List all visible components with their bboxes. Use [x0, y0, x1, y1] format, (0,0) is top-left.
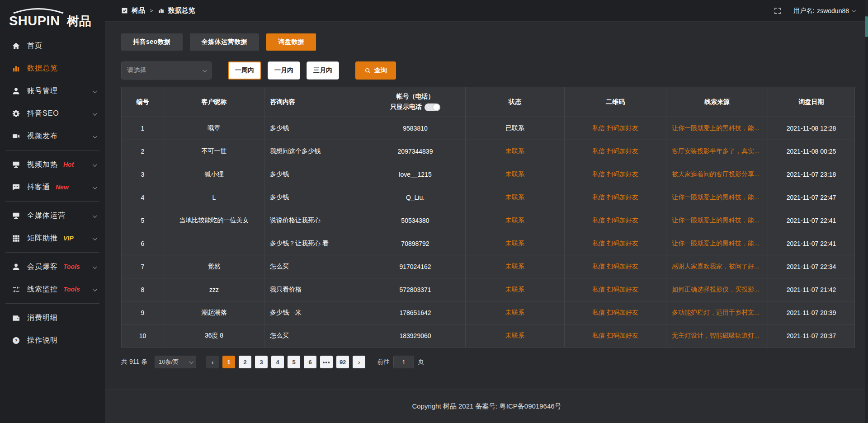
qrcode-link[interactable]: 私信 扫码加好友	[565, 163, 666, 186]
range-button-2[interactable]: 三月内	[307, 61, 339, 80]
sidebar-item-data-overview[interactable]: 数据总览	[0, 57, 105, 80]
app-logo: SHUPIN 树品	[0, 0, 105, 34]
chevron-down-icon	[93, 234, 96, 242]
source-link[interactable]: 让你一眼就爱上的黑科技，能...	[666, 186, 768, 209]
goto-page-input[interactable]	[393, 356, 414, 368]
goto-page: 前往 页	[377, 356, 424, 368]
qrcode-link[interactable]: 私信 扫码加好友	[565, 324, 666, 348]
badge-tools: Tools	[63, 286, 80, 293]
source-link[interactable]: 如何正确选择投影仪，买投影...	[666, 278, 768, 301]
chevron-down-icon	[93, 132, 96, 140]
sidebar-item-douketong[interactable]: 抖客通New	[0, 176, 105, 198]
sidebar-divider	[5, 252, 99, 253]
app: SHUPIN 树品 首页数据总览账号管理抖音SEO视频发布视频加热Hot抖客通N…	[0, 0, 868, 423]
chevron-down-icon	[93, 183, 96, 191]
sidebar-item-media-operation[interactable]: 全媒体运营	[0, 204, 105, 227]
source-link[interactable]: 多功能护栏灯，适用于乡村文...	[666, 301, 768, 324]
cell-id: 6	[122, 232, 164, 255]
range-button-0[interactable]: 一周内	[228, 61, 261, 80]
next-page-button[interactable]: ›	[353, 356, 365, 368]
source-link[interactable]: 被大家追着问的客厅投影分享...	[666, 163, 768, 186]
source-link[interactable]: 无主灯设计，智能磁吸轨道灯...	[666, 324, 768, 348]
query-button-label: 查询	[374, 66, 387, 75]
source-link[interactable]: 让你一眼就爱上的黑科技，能...	[666, 117, 768, 140]
page-button-1[interactable]: 1	[222, 356, 235, 368]
logo-text-cn: 树品	[66, 14, 91, 28]
qrcode-link[interactable]: 私信 扫码加好友	[565, 186, 666, 209]
status-badge: 未联系	[466, 163, 565, 186]
phone-only-toggle[interactable]	[425, 103, 440, 111]
page-size-select[interactable]: 10条/页	[155, 356, 196, 368]
sidebar-item-label: 视频加热	[27, 160, 58, 169]
chat-icon	[12, 183, 20, 192]
qrcode-link[interactable]: 私信 扫码加好友	[565, 301, 666, 324]
topbar: 树品 > 数据总览 用户名: zswodun88	[105, 0, 868, 22]
page-button-2[interactable]: 2	[239, 356, 251, 368]
sidebar-item-operation-guide[interactable]: ?操作说明	[0, 329, 105, 352]
prev-page-button[interactable]: ‹	[206, 356, 219, 368]
scrollbar-track[interactable]	[865, 0, 868, 423]
scrollbar-thumb[interactable]	[865, 16, 868, 37]
qrcode-link[interactable]: 私信 扫码加好友	[565, 209, 666, 232]
page-button-6[interactable]: 6	[304, 356, 316, 368]
page-button-5[interactable]: 5	[288, 356, 300, 368]
table-row: 4L多少钱Q_Liu.未联系私信 扫码加好友让你一眼就爱上的黑科技，能...20…	[122, 186, 855, 209]
sidebar-item-account-management[interactable]: 账号管理	[0, 80, 105, 102]
qrcode-link[interactable]: 私信 扫码加好友	[565, 255, 666, 278]
cell-nickname: 36度 8	[164, 324, 264, 348]
cell-account: 917024162	[365, 255, 466, 278]
cell-id: 9	[122, 301, 164, 324]
qrcode-link[interactable]: 私信 扫码加好友	[565, 278, 666, 301]
tab-inquiry-data[interactable]: 询盘数据	[266, 33, 316, 51]
sidebar-item-consumption-detail[interactable]: 消费明细	[0, 306, 105, 329]
sidebar-divider	[5, 303, 99, 304]
tab-douyin-seo-data[interactable]: 抖音seo数据	[121, 33, 183, 51]
cell-nickname: 哦章	[164, 117, 264, 140]
cell-date: 2021-11-07 22:41	[768, 209, 855, 232]
sidebar-item-label: 抖客通	[27, 183, 50, 192]
user-menu[interactable]: 用户名: zswodun88	[793, 7, 855, 15]
breadcrumb-separator: >	[149, 7, 154, 14]
source-link[interactable]: 让你一眼就爱上的黑科技，能...	[666, 232, 768, 255]
account-select[interactable]: 请选择	[121, 61, 212, 80]
cell-nickname: 当地比较能吃的一位美女	[164, 209, 264, 232]
qrcode-link[interactable]: 私信 扫码加好友	[565, 140, 666, 163]
cell-content: 说说价格让我死心	[264, 209, 365, 232]
fullscreen-icon[interactable]	[774, 7, 782, 15]
sidebar-item-matrix-boost[interactable]: 矩阵助推VIP	[0, 227, 105, 249]
breadcrumb-root[interactable]: 树品	[132, 6, 145, 15]
chevron-down-icon	[93, 87, 96, 95]
cell-date: 2021-11-08 00:25	[768, 140, 855, 163]
cell-id: 1	[122, 117, 164, 140]
range-button-1[interactable]: 一月内	[268, 61, 300, 80]
user-icon	[12, 263, 20, 271]
qrcode-link[interactable]: 私信 扫码加好友	[565, 117, 666, 140]
sidebar-item-video-publish[interactable]: 视频发布	[0, 125, 105, 147]
column-header-date: 询盘日期	[768, 87, 855, 117]
sidebar-item-clue-monitor[interactable]: 线索监控Tools	[0, 278, 105, 301]
tab-media-operation-data[interactable]: 全媒体运营数据	[190, 33, 259, 51]
page-ellipsis-button[interactable]: •••	[320, 356, 333, 368]
cell-id: 8	[122, 278, 164, 301]
source-link[interactable]: 客厅安装投影半年多了，真实...	[666, 140, 768, 163]
toggle-knob	[433, 104, 439, 110]
qrcode-link[interactable]: 私信 扫码加好友	[565, 232, 666, 255]
source-link[interactable]: 让你一眼就爱上的黑科技，能...	[666, 209, 768, 232]
table-row: 9潮起潮落多少钱一米178651642未联系私信 扫码加好友多功能护栏灯，适用于…	[122, 301, 855, 324]
column-header-account-label: 帐号（电话）	[396, 93, 434, 101]
sidebar-item-douyin-seo[interactable]: 抖音SEO	[0, 102, 105, 125]
status-badge: 未联系	[466, 324, 565, 348]
sidebar-divider	[5, 201, 99, 202]
sidebar-item-home[interactable]: 首页	[0, 34, 105, 57]
status-badge: 未联系	[466, 255, 565, 278]
page-button-92[interactable]: 92	[336, 356, 349, 368]
source-link[interactable]: 感谢大家喜欢我家，被问了好...	[666, 255, 768, 278]
sidebar-item-label: 会员爆客	[27, 262, 58, 272]
page-button-4[interactable]: 4	[271, 356, 284, 368]
sidebar-item-member-baoke[interactable]: 会员爆客Tools	[0, 255, 105, 278]
cell-id: 4	[122, 186, 164, 209]
page-button-3[interactable]: 3	[255, 356, 268, 368]
query-button[interactable]: 查询	[355, 61, 396, 80]
cell-date: 2021-11-07 21:42	[768, 278, 855, 301]
sidebar-item-video-heating[interactable]: 视频加热Hot	[0, 153, 105, 176]
